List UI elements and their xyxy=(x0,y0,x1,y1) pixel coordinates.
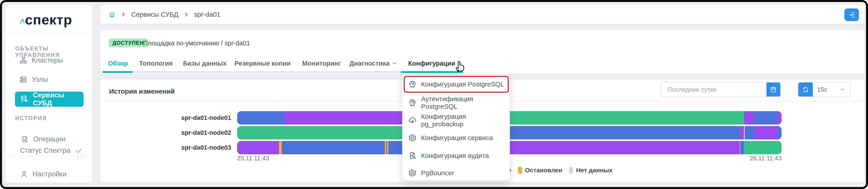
auto-refresh-control: 15с xyxy=(798,82,850,97)
status-segment-blue[interactable] xyxy=(282,141,384,154)
tab-backups[interactable]: Резервные копии xyxy=(235,59,290,68)
legend-item-stopped: Остановлен xyxy=(518,166,562,174)
menu-item-label: Конфигурация pg_probackup xyxy=(421,113,510,128)
menu-item-label: Конфигурация сервиса xyxy=(421,134,493,142)
menu-item-pg-probackup-configuration[interactable]: Конфигурация pg_probackup xyxy=(402,114,510,127)
chevron-down-icon xyxy=(457,61,463,66)
document-icon xyxy=(21,135,29,143)
tab-label: Топология xyxy=(139,60,173,67)
breadcrumb-db-services[interactable]: Сервисы СУБД xyxy=(131,11,178,18)
status-segment-green[interactable] xyxy=(744,141,782,154)
chevron-down-icon xyxy=(392,61,397,66)
tab-label: Конфигурации xyxy=(408,60,455,67)
spektr-logo: ^ спектр xyxy=(20,13,72,27)
tab-configurations-underline xyxy=(401,71,463,73)
sidebar-section-history: ИСТОРИЯ xyxy=(15,115,47,121)
tab-configurations[interactable]: Конфигурации xyxy=(408,59,463,68)
date-range-input[interactable] xyxy=(661,82,767,97)
sidebar-item-label: Узлы xyxy=(32,76,48,84)
breadcrumb-current-service: spr-da01 xyxy=(194,11,220,18)
tab-label: Диагностика xyxy=(349,60,390,67)
logo-text: спектр xyxy=(25,13,72,27)
tab-monitoring[interactable]: Мониторинг xyxy=(302,59,341,68)
gear-icon xyxy=(408,134,416,142)
status-segment-blue[interactable] xyxy=(778,126,782,140)
sidebar-item-label: Сервисы СУБД xyxy=(33,91,84,107)
document-search-icon xyxy=(408,151,416,160)
legend-label: Нет данных xyxy=(576,167,613,174)
service-header-card: ДОСТУПЕН Площадка по-умолчанию / spr-da0… xyxy=(100,30,865,74)
menu-item-service-configuration[interactable]: Конфигурация сервиса xyxy=(402,131,510,145)
tab-label: Резервные копии xyxy=(235,60,290,67)
status-segment-purple[interactable] xyxy=(754,126,778,140)
tab-label: Базы данных xyxy=(183,60,226,67)
gear-icon xyxy=(408,169,416,177)
logo-caret-icon: ^ xyxy=(20,18,25,27)
status-segment-blue[interactable] xyxy=(237,111,285,124)
status-segment-blue[interactable] xyxy=(754,111,777,124)
refresh-icon xyxy=(802,86,809,93)
status-segment-blue[interactable] xyxy=(745,126,754,140)
menu-item-pgbouncer[interactable]: PgBouncer xyxy=(402,166,510,180)
home-breadcrumb-link[interactable] xyxy=(108,11,116,18)
sidebar-item-clusters[interactable]: Кластеры xyxy=(19,56,63,64)
calendar-button[interactable] xyxy=(767,82,780,97)
service-title: Площадка по-умолчанию / spr-da01 xyxy=(143,40,250,47)
database-gear-icon xyxy=(20,95,29,103)
refresh-interval-value: 15с xyxy=(817,86,827,93)
status-segment-purple[interactable] xyxy=(778,111,782,124)
menu-item-postgresql-authentication[interactable]: Аутентификация PostgreSQL xyxy=(402,96,510,109)
tab-label: Мониторинг xyxy=(302,60,341,67)
cloud-gear-icon xyxy=(408,116,416,124)
sidebar-item-label: Операции xyxy=(33,135,65,143)
status-segment-purple[interactable] xyxy=(237,141,279,154)
servers-icon xyxy=(19,76,27,84)
status-ok-check-icon xyxy=(75,147,83,155)
legend-label: Остановлен xyxy=(525,167,562,174)
tab-databases[interactable]: Базы данных xyxy=(183,59,226,68)
refresh-interval-select[interactable]: 15с xyxy=(813,82,850,97)
stopped-status-marker xyxy=(518,166,522,174)
tab-topology[interactable]: Топология xyxy=(139,59,173,68)
postgresql-elephant-icon xyxy=(408,80,416,88)
home-icon xyxy=(108,11,116,18)
status-segment-blue[interactable] xyxy=(740,141,744,154)
tab-diagnostics[interactable]: Диагностика xyxy=(349,59,397,68)
date-range-filter xyxy=(661,82,781,97)
menu-item-postgresql-configuration[interactable]: Конфигурация PostgreSQL xyxy=(402,78,510,91)
menu-item-label: Конфигурация PostgreSQL xyxy=(421,80,504,88)
sidebar-collapse-button[interactable] xyxy=(77,153,84,160)
app-window: ^ спектр ОБЪЕКТЫ УПРАВЛЕНИЯ Кластеры Узл… xyxy=(0,0,868,189)
status-segment-orange[interactable] xyxy=(279,141,282,154)
status-segment-purple[interactable] xyxy=(744,111,754,124)
sidebar: ^ спектр ОБЪЕКТЫ УПРАВЛЕНИЯ Кластеры Узл… xyxy=(5,5,92,183)
chevron-right-icon xyxy=(121,11,126,17)
chevron-right-icon xyxy=(183,11,189,17)
exit-icon xyxy=(848,11,856,19)
menu-item-label: PgBouncer xyxy=(421,169,454,177)
sidebar-item-nodes[interactable]: Узлы xyxy=(19,76,48,84)
menu-item-audit-configuration[interactable]: Конфигурация аудита xyxy=(402,149,510,162)
clusters-icon xyxy=(19,56,27,64)
user-icon xyxy=(20,170,28,178)
postgresql-elephant-icon xyxy=(408,99,416,107)
tab-overview[interactable]: Обзор xyxy=(108,59,128,68)
status-segment-purple[interactable] xyxy=(740,126,744,140)
node-name-label: spr-da01-node03 xyxy=(179,144,231,151)
timeline-start-time: 25.11 11:43 xyxy=(237,155,269,162)
node-name-label: spr-da01-node01 xyxy=(179,114,231,121)
no-data-status-marker xyxy=(569,166,573,174)
sidebar-item-settings[interactable]: Настройки xyxy=(20,170,66,178)
panel-title: История изменений xyxy=(109,88,175,95)
chevron-down-icon xyxy=(840,87,845,92)
session-exit-button[interactable] xyxy=(844,8,859,21)
sidebar-item-label: Статус Спектра xyxy=(20,147,70,155)
sidebar-item-spektr-status[interactable]: Статус Спектра xyxy=(20,147,83,155)
sidebar-item-db-services[interactable]: Сервисы СУБД xyxy=(15,91,84,107)
timeline-legend: е Остановлен Нет данных xyxy=(508,166,613,174)
sidebar-item-operations[interactable]: Операции xyxy=(21,135,65,143)
refresh-button[interactable] xyxy=(798,82,813,97)
breadcrumb-bar: Сервисы СУБД spr-da01 xyxy=(100,5,865,24)
chevron-left-icon xyxy=(78,155,83,159)
tab-label: Обзор xyxy=(108,60,128,67)
